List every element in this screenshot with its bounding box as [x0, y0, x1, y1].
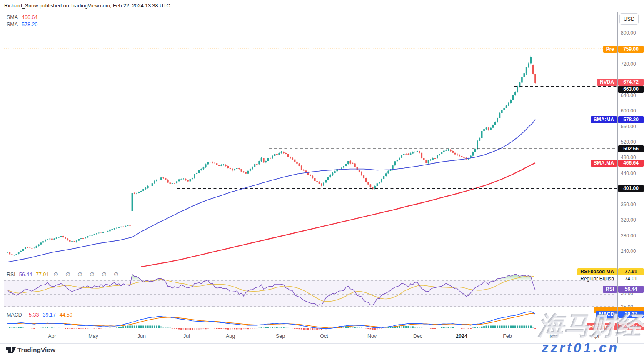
candle: [87, 236, 89, 237]
candle: [56, 238, 57, 239]
main-pane-legend[interactable]: SMA466.64 SMA578.20: [7, 14, 37, 28]
sma-line[interactable]: [7, 120, 535, 262]
sma-slow-legend-row[interactable]: SMA466.64: [7, 14, 37, 21]
candle: [276, 154, 278, 155]
candle: [138, 192, 140, 193]
candle: [45, 240, 46, 241]
candle: [443, 151, 445, 152]
candle: [109, 230, 111, 231]
candle: [261, 158, 262, 161]
candle: [270, 158, 271, 158]
candle: [265, 161, 267, 163]
candle: [122, 227, 124, 227]
candle: [461, 156, 463, 157]
chart-canvas[interactable]: [0, 0, 644, 357]
candle: [267, 158, 269, 161]
candle: [74, 241, 75, 242]
candle: [347, 161, 349, 164]
rsi-band: [4, 280, 617, 307]
candle: [359, 170, 360, 172]
footer-bar: TradingView: [0, 344, 644, 357]
currency-unit-button[interactable]: USD: [619, 13, 639, 25]
candle: [183, 179, 185, 179]
sma-fast-legend-value: 578.20: [22, 22, 37, 27]
candle: [287, 154, 289, 157]
candle: [241, 169, 242, 172]
macd-line[interactable]: [7, 312, 535, 329]
candle: [142, 189, 144, 191]
macd-pane-legend[interactable]: MACD−5.3339.1744.50: [7, 312, 76, 318]
candle: [432, 158, 434, 160]
candle: [51, 239, 53, 240]
candle: [274, 154, 276, 156]
candle: [176, 181, 177, 183]
candle: [16, 254, 17, 255]
candle: [363, 175, 365, 178]
tradingview-brand-text[interactable]: TradingView: [17, 346, 55, 354]
candle: [272, 156, 273, 158]
candle: [528, 63, 529, 67]
candle: [120, 227, 122, 227]
rsi-divergence-slot-icons[interactable]: ∅ ∅ ∅ ∅ ∅ ∅: [53, 271, 121, 277]
candle: [334, 171, 336, 173]
candle: [178, 179, 180, 181]
candle: [439, 154, 440, 155]
candle: [387, 171, 389, 173]
candle: [67, 239, 69, 240]
candle: [305, 170, 307, 172]
candle: [252, 167, 253, 169]
candle: [434, 158, 436, 159]
candle: [477, 140, 478, 149]
macd-legend-value: 39.17: [42, 312, 55, 318]
candle: [238, 168, 240, 169]
candle: [78, 239, 80, 241]
candle: [423, 158, 425, 160]
candle: [116, 228, 117, 228]
candle: [394, 161, 396, 165]
candle: [194, 174, 195, 178]
candle: [437, 155, 438, 159]
candle: [42, 241, 44, 242]
candle: [296, 162, 298, 164]
candle: [526, 67, 527, 73]
candle: [247, 171, 249, 174]
candle: [377, 183, 378, 186]
candle: [479, 138, 481, 140]
candle: [94, 234, 95, 235]
candle: [354, 164, 356, 167]
candle: [18, 252, 20, 254]
candle: [454, 153, 456, 155]
tradingview-logo-icon[interactable]: [6, 346, 17, 355]
candle: [20, 251, 22, 252]
candle: [156, 180, 157, 181]
sma-slow-legend-value: 466.64: [22, 15, 37, 20]
candle: [492, 125, 494, 128]
candle: [352, 163, 354, 164]
candle: [361, 172, 362, 175]
candle: [383, 176, 385, 179]
candle: [129, 225, 131, 226]
candle: [294, 160, 296, 162]
candle: [506, 106, 507, 108]
candle: [523, 73, 525, 77]
sma-fast-legend-label: SMA: [7, 22, 18, 27]
candle: [379, 182, 380, 184]
candle: [158, 180, 160, 180]
candle: [102, 232, 104, 233]
candle: [98, 233, 100, 233]
sma-line[interactable]: [141, 163, 535, 267]
candle: [323, 183, 324, 186]
candle: [27, 247, 28, 248]
candle: [111, 229, 113, 230]
candle: [49, 239, 51, 240]
sma-fast-legend-row[interactable]: SMA578.20: [7, 21, 37, 28]
candle: [140, 191, 142, 192]
candle: [76, 241, 77, 242]
candle: [474, 149, 476, 152]
candle: [167, 180, 169, 183]
tradingview-published-chart: { "header": { "attribution": "Richard_Sn…: [0, 0, 644, 357]
candle: [147, 186, 149, 188]
candle: [38, 245, 40, 246]
rsi-pane-legend[interactable]: RSI56.4477.91∅ ∅ ∅ ∅ ∅ ∅: [7, 271, 125, 277]
candle: [185, 179, 187, 180]
